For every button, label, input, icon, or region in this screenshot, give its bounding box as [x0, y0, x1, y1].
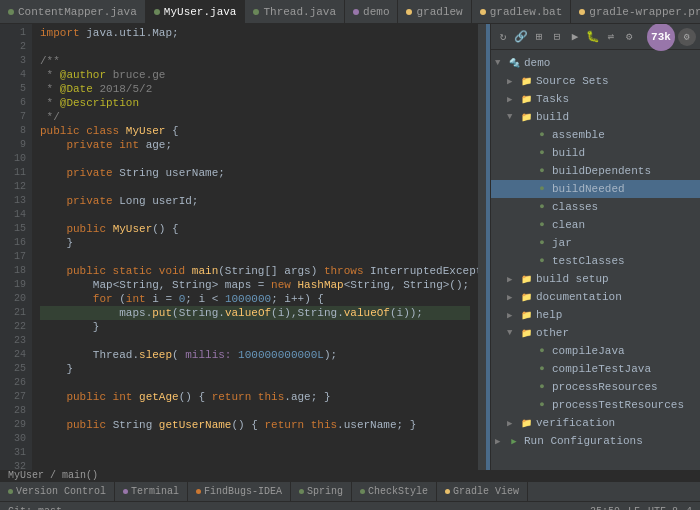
refresh-icon[interactable]: ↻	[495, 29, 511, 45]
tab-findbugs[interactable]: FindBugs-IDEA	[188, 482, 291, 502]
tree-item-sourcesets[interactable]: ▶ 📁 Source Sets	[491, 72, 700, 90]
tree-item-processResources[interactable]: ▶ ● processResources	[491, 378, 700, 396]
tab-spring[interactable]: Spring	[291, 482, 352, 502]
editor: 12345 678910 1112131415 1617181920 21222…	[0, 24, 486, 470]
line-numbers: 12345 678910 1112131415 1617181920 21222…	[0, 24, 32, 470]
tab-demo[interactable]: demo	[345, 0, 398, 24]
tree-item-build-group[interactable]: ▼ 📁 build	[491, 108, 700, 126]
avatar: 73k	[647, 24, 675, 51]
tree-item-help[interactable]: ▶ 📁 help	[491, 306, 700, 324]
scrollbar[interactable]	[478, 24, 486, 470]
expand-icon[interactable]: ⊞	[531, 29, 547, 45]
tab-thread[interactable]: Thread.java	[245, 0, 345, 24]
cursor-position: 25:59	[590, 506, 620, 510]
status-right: 25:59 LF UTF-8 4	[590, 506, 692, 510]
tree-item-processTestResources[interactable]: ▶ ● processTestResources	[491, 396, 700, 414]
status-left: Git: mast	[8, 506, 62, 510]
code-area[interactable]: import java.util.Map; /** * @author bruc…	[32, 24, 478, 470]
tree-item-buildsetup[interactable]: ▶ 📁 build setup	[491, 270, 700, 288]
settings-button[interactable]: ⚙	[678, 28, 696, 46]
tab-terminal[interactable]: Terminal	[115, 482, 188, 502]
tab-gradlewbat[interactable]: gradlew.bat	[472, 0, 572, 24]
run-icon[interactable]: ▶	[567, 29, 583, 45]
tree-item-demo[interactable]: ▼ 🔩 demo	[491, 54, 700, 72]
toggle-icon[interactable]: ⇌	[603, 29, 619, 45]
tree-item-verification[interactable]: ▶ 📁 verification	[491, 414, 700, 432]
link-icon[interactable]: 🔗	[513, 29, 529, 45]
collapse-icon[interactable]: ⊟	[549, 29, 565, 45]
tree-item-buildDependents[interactable]: ▶ ● buildDependents	[491, 162, 700, 180]
tree-item-assemble[interactable]: ▶ ● assemble	[491, 126, 700, 144]
tab-gradle-view[interactable]: Gradle View	[437, 482, 528, 502]
gradle-tree: ▼ 🔩 demo ▶ 📁 Source Sets ▶ 📁 Tasks ▼ 📁 b…	[491, 50, 700, 470]
tree-item-compileJava[interactable]: ▶ ● compileJava	[491, 342, 700, 360]
main-layout: 12345 678910 1112131415 1617181920 21222…	[0, 24, 700, 470]
line-ending: LF	[628, 506, 640, 510]
tab-gradlew[interactable]: gradlew	[398, 0, 471, 24]
tab-contentmapper[interactable]: ContentMapper.java	[0, 0, 146, 24]
indent: 4	[686, 506, 692, 510]
tree-item-tasks[interactable]: ▶ 📁 Tasks	[491, 90, 700, 108]
git-status: Git: mast	[8, 506, 62, 510]
tree-item-runconfigs[interactable]: ▶ ▶ Run Configurations	[491, 432, 700, 450]
tree-item-other[interactable]: ▼ 📁 other	[491, 324, 700, 342]
tree-item-jar[interactable]: ▶ ● jar	[491, 234, 700, 252]
tree-item-buildNeeded[interactable]: ▶ ● buildNeeded	[491, 180, 700, 198]
tab-myuser[interactable]: MyUser.java	[146, 0, 246, 24]
bottom-tabs: Version Control Terminal FindBugs-IDEA S…	[0, 481, 700, 501]
tab-bar: ContentMapper.java MyUser.java Thread.ja…	[0, 0, 700, 24]
tab-version-control[interactable]: Version Control	[0, 482, 115, 502]
tab-gradlewrapper[interactable]: gradle-wrapper.properties	[571, 0, 700, 24]
tree-item-classes[interactable]: ▶ ● classes	[491, 198, 700, 216]
debug-icon[interactable]: 🐛	[585, 29, 601, 45]
tab-checkstyle[interactable]: CheckStyle	[352, 482, 437, 502]
breadcrumb: MyUser / main()	[0, 470, 700, 481]
tree-item-compileTestJava[interactable]: ▶ ● compileTestJava	[491, 360, 700, 378]
tree-item-documentation[interactable]: ▶ 📁 documentation	[491, 288, 700, 306]
encoding: UTF-8	[648, 506, 678, 510]
tree-item-build[interactable]: ▶ ● build	[491, 144, 700, 162]
panel-toolbar: ↻ 🔗 ⊞ ⊟ ▶ 🐛 ⇌ ⚙ 73k ⚙	[491, 24, 700, 50]
tree-item-testClasses[interactable]: ▶ ● testClasses	[491, 252, 700, 270]
settings-icon[interactable]: ⚙	[621, 29, 637, 45]
gradle-panel: ↻ 🔗 ⊞ ⊟ ▶ 🐛 ⇌ ⚙ 73k ⚙ ▼ 🔩 demo	[490, 24, 700, 470]
tree-item-clean[interactable]: ▶ ● clean	[491, 216, 700, 234]
status-bar: Git: mast 25:59 LF UTF-8 4	[0, 501, 700, 510]
